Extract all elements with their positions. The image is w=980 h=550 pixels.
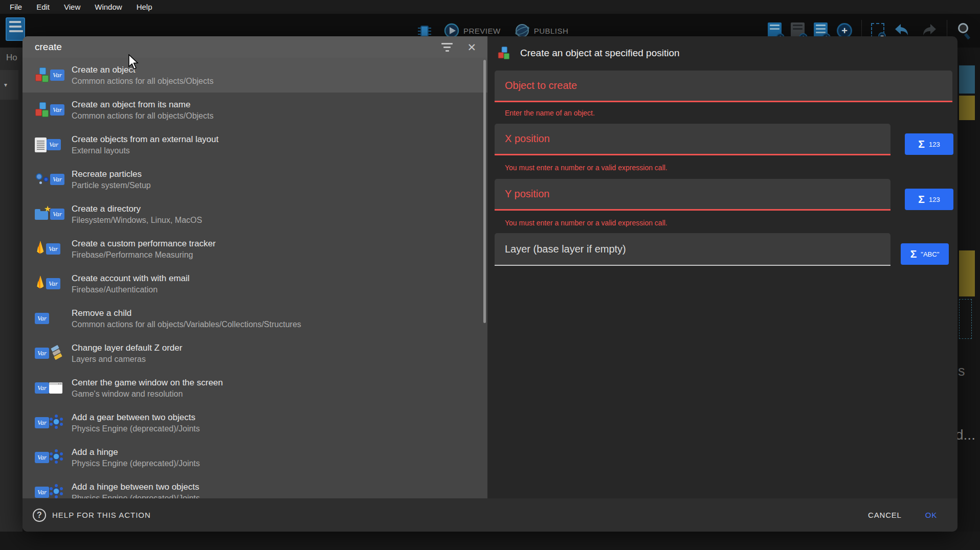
action-list-item[interactable]: ★ Var Ce [23,371,487,405]
layer-field[interactable]: Layer (base layer if empty) [495,233,890,266]
action-item-icon: ★ Var [35,138,72,152]
action-item-icon: ★ Var [35,449,72,466]
publish-label[interactable]: PUBLISH [534,27,569,35]
action-item-subtitle: External layouts [72,146,218,155]
y-field-error: You must enter a number or a valid expre… [505,219,667,227]
background-object-fragment [959,250,975,296]
search-header: create ✕ [23,36,487,58]
action-item-subtitle: Common actions for all objects/Objects [72,111,213,121]
background-dropdown-fragment: ▾ [0,70,18,100]
action-item-icon: ★ Var [35,346,72,361]
cancel-button[interactable]: CANCEL [868,511,902,519]
action-item-subtitle: Particle system/Setup [72,181,151,190]
action-list-item[interactable]: ★ Var Cr [23,58,487,93]
action-item-title: Create a directory [72,204,202,214]
action-list-item[interactable]: ★ Var Ch [23,336,487,371]
object-field-helper: Enter the name of an object. [505,109,595,117]
background-right-strip: s d... [957,48,980,532]
x-position-field[interactable]: X position [495,124,890,155]
menu-bar: FileEditViewWindowHelp [0,0,980,14]
action-item-title: Change layer default Z order [72,343,182,353]
action-list-item[interactable]: ★ Var Ad [23,475,487,498]
preview-label[interactable]: PREVIEW [463,27,501,35]
action-item-icon: ★ Var [35,382,72,394]
action-item-subtitle: Physics Engine (deprecated)/Joints [72,424,200,433]
action-list-item[interactable]: ★ Var Cr [23,93,487,127]
action-item-icon: ★ Var [35,207,72,221]
action-item-icon: ★ Var [35,275,72,292]
menu-item[interactable]: Help [129,3,160,11]
chevron-down-icon: ▾ [4,81,7,88]
action-item-subtitle: Filesystem/Windows, Linux, MacOS [72,216,202,225]
physics-joint-icon [49,484,63,498]
objects-icon [498,47,511,60]
action-item-icon: ★ Var [35,240,72,258]
close-icon[interactable]: ✕ [467,42,476,53]
action-item-title: Create objects from an external layout [72,134,218,145]
background-selection-fragment [959,299,972,339]
action-item-icon: ★ Var [35,172,72,187]
action-item-subtitle: Physics Engine (deprecated)/Joints [72,494,200,499]
action-list-item[interactable]: ★ Var Ad [23,440,487,475]
x-expression-button[interactable]: Σ123 [905,133,953,155]
action-item-subtitle: Layers and cameras [72,355,182,364]
ok-button[interactable]: OK [925,511,937,519]
action-editor-pane: Create an object at specified position O… [487,36,957,532]
y-position-field[interactable]: Y position [495,179,890,211]
background-text-fragment: d... [955,427,975,443]
action-list-item[interactable]: ★ Var Cr [23,127,487,162]
action-item-subtitle: Common actions for all objects/Objects [72,77,213,86]
object-to-create-field[interactable]: Object to create [495,71,952,102]
action-list-item[interactable]: ★ Var Cr [23,266,487,301]
action-item-icon: ★ Var [35,415,72,431]
action-item-title: Add a hinge [72,447,200,457]
action-item-icon: ★ Var [35,67,72,83]
action-item-subtitle: Common actions for all objects/Variables… [72,320,301,329]
layer-expression-button[interactable]: Σ"ABC" [901,243,949,265]
action-item-title: Remove a child [72,308,301,318]
menu-item[interactable]: Edit [29,3,57,11]
action-item-title: Create a custom performance tracker [72,239,216,249]
action-item-title: Create an object from its name [72,100,213,110]
action-item-icon: ★ Var [35,484,72,498]
action-item-icon: ★ Var [35,102,72,118]
background-object-fragment [959,96,975,120]
action-item-title: Recreate particles [72,169,151,179]
menu-item[interactable]: View [57,3,87,11]
home-tab-fragment: Ho [6,53,17,63]
physics-joint-icon [49,415,63,431]
help-link[interactable]: ? HELP FOR THIS ACTION [33,509,151,522]
filter-icon[interactable] [441,43,453,52]
menu-item[interactable]: File [3,3,29,11]
dialog-footer: ? HELP FOR THIS ACTION CANCEL OK [23,498,957,532]
firebase-flame-icon [35,275,46,292]
action-item-subtitle: Firebase/Authentication [72,285,190,294]
action-list-item[interactable]: ★ Var Cr [23,232,487,266]
physics-joint-icon [49,449,63,466]
action-item-title: Add a hinge between two objects [72,482,200,492]
action-item-title: Create account with with email [72,273,190,284]
background-text-fragment: s [958,363,965,379]
instruction-editor-dialog: create ✕ ★ Var [23,36,957,532]
action-item-subtitle: Physics Engine (deprecated)/Joints [72,459,200,468]
firebase-flame-icon [35,240,46,258]
action-item-title: Add a gear between two objects [72,413,200,423]
x-field-error: You must enter a number or a valid expre… [505,164,667,172]
action-item-subtitle: Firebase/Performance Measuring [72,250,216,260]
action-item-title: Center the game window on the screen [72,378,223,388]
action-list-item[interactable]: ★ Var Re [23,162,487,197]
project-manager-icon[interactable] [6,17,25,41]
y-expression-button[interactable]: Σ123 [905,189,953,210]
action-list-item[interactable]: ★ Var Re [23,301,487,336]
list-scrollbar[interactable] [483,60,486,323]
action-list-item[interactable]: ★ Var Cr [23,197,487,232]
action-search-pane: create ✕ ★ Var [23,36,487,532]
background-left-panel: Ho ▾ [0,48,23,532]
search-icon[interactable] [956,22,972,39]
menu-item[interactable]: Window [87,3,129,11]
action-results-list: ★ Var Cr [23,58,487,498]
action-item-subtitle: Game's window and resolution [72,389,223,399]
action-item-icon: ★ Var [35,313,72,324]
search-input[interactable]: create [35,41,62,53]
action-list-item[interactable]: ★ Var Ad [23,405,487,440]
